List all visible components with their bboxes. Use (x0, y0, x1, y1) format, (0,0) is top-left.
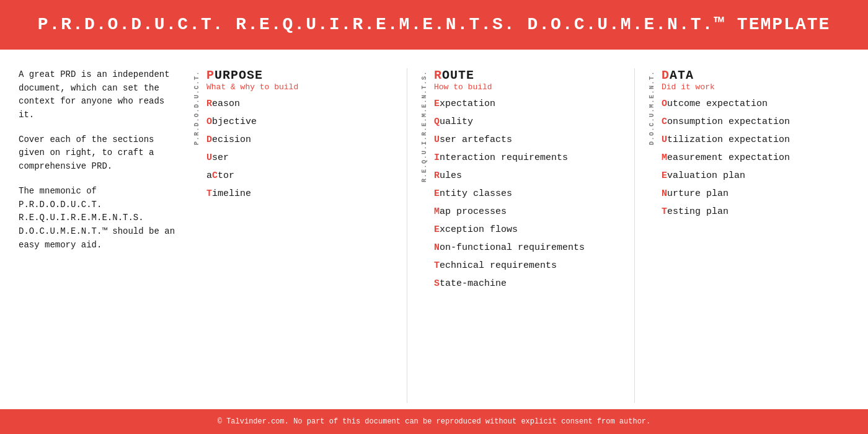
item-rest: ap processes (440, 206, 507, 217)
item-letter: M (662, 153, 667, 163)
item-rest: tilization expectation (667, 135, 790, 145)
list-item: Timeline (206, 189, 394, 198)
item-letter: C (662, 117, 667, 127)
item-letter: O (662, 99, 667, 109)
item-rest: esting plan (667, 206, 728, 217)
list-item: Quality (434, 117, 622, 126)
list-item: Map processes (434, 207, 622, 216)
item-letter: Q (434, 117, 440, 127)
item-letter: T (206, 188, 212, 199)
page-title: P.R.D.O.D.U.C.T. R.E.Q.U.I.R.E.M.E.N.T.S… (38, 14, 831, 35)
item-letter: C (212, 170, 218, 181)
route-title-rest: OUTE (442, 68, 474, 82)
item-letter: E (434, 99, 440, 109)
item-letter: U (434, 135, 440, 145)
route-items: Expectation Quality User artefacts Inter… (434, 99, 622, 288)
list-item: Nurture plan (662, 189, 849, 198)
route-title-R: R (434, 68, 442, 82)
item-rest: easurement expectation (667, 153, 790, 163)
route-subtitle: How to build (434, 82, 622, 92)
divider-2 (634, 68, 635, 403)
purpose-items: Reason Objective Decision User aCtor Tim… (206, 99, 394, 198)
list-item: State-machine (434, 279, 622, 288)
list-item: Objective (206, 117, 394, 126)
item-rest: ser (212, 153, 229, 163)
purpose-title-rest: URPOSE (215, 68, 263, 82)
item-rest: onsumption expectation (667, 117, 790, 127)
route-content: ROUTE How to build Expectation Quality U… (434, 68, 622, 403)
data-section: D.O.C.U.M.E.N.T. DATA Did it work Outcom… (647, 68, 849, 403)
list-item: Rules (434, 171, 622, 180)
item-rest: ules (440, 170, 462, 181)
item-letter: S (434, 278, 440, 289)
item-letter: R (434, 170, 440, 181)
item-rest: bjective (212, 117, 257, 127)
purpose-section: P.R.D.O.D.U.C.T. PURPOSE What & why to b… (192, 68, 394, 403)
item-letter: D (206, 135, 212, 145)
header-bar: P.R.D.O.D.U.C.T. R.E.Q.U.I.R.E.M.E.N.T.S… (0, 0, 868, 50)
data-header: DATA Did it work (662, 68, 849, 92)
list-item: Consumption expectation (662, 117, 849, 126)
data-items: Outcome expectation Consumption expectat… (662, 99, 849, 216)
item-letter: T (662, 206, 667, 217)
divider-1 (407, 68, 407, 403)
route-section: R.E.Q.U.I.R.E.M.E.N.T.S. ROUTE How to bu… (420, 68, 622, 403)
route-rotated-label: R.E.Q.U.I.R.E.M.E.N.T.S. (420, 68, 429, 185)
item-rest: tate-machine (440, 278, 507, 289)
list-item: Exception flows (434, 225, 622, 234)
desc-para1: A great PRD is an independent document, … (19, 68, 180, 122)
main-content: A great PRD is an independent document, … (0, 50, 868, 409)
page-wrapper: P.R.D.O.D.U.C.T. R.E.Q.U.I.R.E.M.E.N.T.S… (0, 0, 868, 434)
list-item: Technical requirements (434, 261, 622, 270)
purpose-header: PURPOSE What & why to build (206, 68, 394, 92)
item-rest: xpectation (440, 99, 495, 109)
list-item: Reason (206, 99, 394, 108)
item-letter: M (434, 206, 440, 217)
item-rest: a (206, 170, 212, 181)
item-rest: imeline (212, 188, 251, 199)
list-item: Evaluation plan (662, 171, 849, 180)
item-rest2: tor (218, 170, 234, 181)
item-rest: ser artefacts (440, 135, 512, 145)
route-header: ROUTE How to build (434, 68, 622, 92)
item-rest: ntity classes (440, 188, 512, 199)
item-rest: utcome expectation (667, 99, 768, 109)
list-item: Measurement expectation (662, 153, 849, 162)
list-item: Expectation (434, 99, 622, 108)
item-letter: N (662, 188, 667, 199)
list-item: Utilization expectation (662, 135, 849, 144)
list-item: User artefacts (434, 135, 622, 144)
item-letter: E (434, 224, 440, 235)
purpose-content: PURPOSE What & why to build Reason Objec… (206, 68, 394, 403)
list-item: Decision (206, 135, 394, 144)
purpose-title-P: P (206, 68, 215, 82)
item-rest: ecision (212, 135, 251, 145)
desc-para2: Cover each of the sections given on righ… (19, 133, 180, 174)
sections-area: P.R.D.O.D.U.C.T. PURPOSE What & why to b… (192, 68, 849, 403)
list-item: Non-functional requirements (434, 243, 622, 252)
item-rest: echnical requirements (440, 260, 557, 271)
data-title-D: D (662, 68, 670, 82)
purpose-rotated-label: P.R.D.O.D.U.C.T. (192, 68, 202, 148)
item-letter: I (434, 153, 440, 163)
list-item: Interaction requirements (434, 153, 622, 162)
item-letter: U (206, 153, 212, 163)
item-letter: O (206, 117, 212, 127)
item-rest: nteraction requirements (440, 153, 568, 163)
route-title: ROUTE (434, 68, 622, 82)
data-subtitle: Did it work (662, 82, 849, 92)
data-title: DATA (662, 68, 849, 82)
footer-bar: © Talvinder.com. No part of this documen… (0, 409, 868, 434)
item-rest: on-functional requirements (440, 242, 585, 253)
data-rotated-label: D.O.C.U.M.E.N.T. (647, 68, 657, 148)
item-rest: urture plan (667, 188, 728, 199)
footer-text: © Talvinder.com. No part of this documen… (218, 417, 651, 426)
item-letter: R (206, 99, 212, 109)
item-letter: T (434, 260, 440, 271)
list-item: Testing plan (662, 207, 849, 216)
item-letter: E (434, 188, 440, 199)
item-rest: valuation plan (667, 170, 745, 181)
list-item: aCtor (206, 171, 394, 180)
purpose-title: PURPOSE (206, 68, 394, 82)
list-item: Outcome expectation (662, 99, 849, 108)
